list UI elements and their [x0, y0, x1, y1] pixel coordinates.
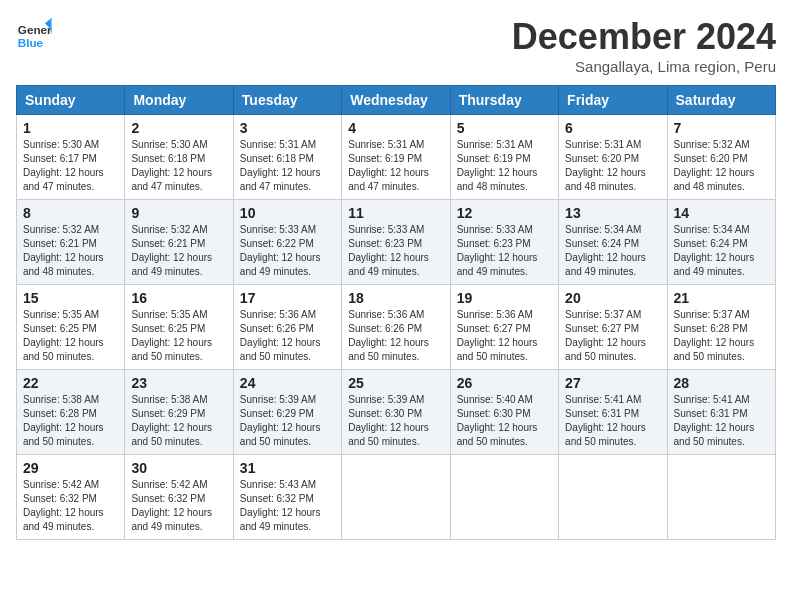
day-info: Sunrise: 5:42 AM Sunset: 6:32 PM Dayligh… — [23, 478, 118, 534]
day-number: 16 — [131, 290, 226, 306]
empty-cell — [667, 455, 775, 540]
day-cell-18: 18Sunrise: 5:36 AM Sunset: 6:26 PM Dayli… — [342, 285, 450, 370]
calendar-title: December 2024 — [512, 16, 776, 58]
day-info: Sunrise: 5:39 AM Sunset: 6:29 PM Dayligh… — [240, 393, 335, 449]
day-cell-12: 12Sunrise: 5:33 AM Sunset: 6:23 PM Dayli… — [450, 200, 558, 285]
day-info: Sunrise: 5:39 AM Sunset: 6:30 PM Dayligh… — [348, 393, 443, 449]
day-info: Sunrise: 5:38 AM Sunset: 6:28 PM Dayligh… — [23, 393, 118, 449]
week-row-4: 22Sunrise: 5:38 AM Sunset: 6:28 PM Dayli… — [17, 370, 776, 455]
day-cell-1: 1Sunrise: 5:30 AM Sunset: 6:17 PM Daylig… — [17, 115, 125, 200]
calendar-table: SundayMondayTuesdayWednesdayThursdayFrid… — [16, 85, 776, 540]
day-info: Sunrise: 5:30 AM Sunset: 6:17 PM Dayligh… — [23, 138, 118, 194]
day-info: Sunrise: 5:37 AM Sunset: 6:27 PM Dayligh… — [565, 308, 660, 364]
day-cell-31: 31Sunrise: 5:43 AM Sunset: 6:32 PM Dayli… — [233, 455, 341, 540]
day-number: 5 — [457, 120, 552, 136]
day-info: Sunrise: 5:36 AM Sunset: 6:27 PM Dayligh… — [457, 308, 552, 364]
day-info: Sunrise: 5:31 AM Sunset: 6:19 PM Dayligh… — [348, 138, 443, 194]
day-cell-7: 7Sunrise: 5:32 AM Sunset: 6:20 PM Daylig… — [667, 115, 775, 200]
day-cell-15: 15Sunrise: 5:35 AM Sunset: 6:25 PM Dayli… — [17, 285, 125, 370]
day-number: 2 — [131, 120, 226, 136]
day-number: 8 — [23, 205, 118, 221]
day-cell-23: 23Sunrise: 5:38 AM Sunset: 6:29 PM Dayli… — [125, 370, 233, 455]
day-cell-22: 22Sunrise: 5:38 AM Sunset: 6:28 PM Dayli… — [17, 370, 125, 455]
day-info: Sunrise: 5:34 AM Sunset: 6:24 PM Dayligh… — [565, 223, 660, 279]
day-info: Sunrise: 5:30 AM Sunset: 6:18 PM Dayligh… — [131, 138, 226, 194]
day-cell-13: 13Sunrise: 5:34 AM Sunset: 6:24 PM Dayli… — [559, 200, 667, 285]
day-header-saturday: Saturday — [667, 86, 775, 115]
day-header-tuesday: Tuesday — [233, 86, 341, 115]
day-cell-11: 11Sunrise: 5:33 AM Sunset: 6:23 PM Dayli… — [342, 200, 450, 285]
day-cell-26: 26Sunrise: 5:40 AM Sunset: 6:30 PM Dayli… — [450, 370, 558, 455]
day-info: Sunrise: 5:42 AM Sunset: 6:32 PM Dayligh… — [131, 478, 226, 534]
empty-cell — [559, 455, 667, 540]
day-cell-4: 4Sunrise: 5:31 AM Sunset: 6:19 PM Daylig… — [342, 115, 450, 200]
day-number: 28 — [674, 375, 769, 391]
day-cell-2: 2Sunrise: 5:30 AM Sunset: 6:18 PM Daylig… — [125, 115, 233, 200]
day-info: Sunrise: 5:38 AM Sunset: 6:29 PM Dayligh… — [131, 393, 226, 449]
day-info: Sunrise: 5:41 AM Sunset: 6:31 PM Dayligh… — [565, 393, 660, 449]
day-cell-29: 29Sunrise: 5:42 AM Sunset: 6:32 PM Dayli… — [17, 455, 125, 540]
day-number: 1 — [23, 120, 118, 136]
day-number: 12 — [457, 205, 552, 221]
day-number: 18 — [348, 290, 443, 306]
day-number: 4 — [348, 120, 443, 136]
day-cell-20: 20Sunrise: 5:37 AM Sunset: 6:27 PM Dayli… — [559, 285, 667, 370]
day-info: Sunrise: 5:32 AM Sunset: 6:21 PM Dayligh… — [131, 223, 226, 279]
day-info: Sunrise: 5:33 AM Sunset: 6:23 PM Dayligh… — [457, 223, 552, 279]
day-number: 30 — [131, 460, 226, 476]
day-number: 22 — [23, 375, 118, 391]
day-number: 19 — [457, 290, 552, 306]
day-cell-24: 24Sunrise: 5:39 AM Sunset: 6:29 PM Dayli… — [233, 370, 341, 455]
day-number: 7 — [674, 120, 769, 136]
day-cell-17: 17Sunrise: 5:36 AM Sunset: 6:26 PM Dayli… — [233, 285, 341, 370]
day-number: 21 — [674, 290, 769, 306]
day-header-monday: Monday — [125, 86, 233, 115]
week-row-5: 29Sunrise: 5:42 AM Sunset: 6:32 PM Dayli… — [17, 455, 776, 540]
week-row-1: 1Sunrise: 5:30 AM Sunset: 6:17 PM Daylig… — [17, 115, 776, 200]
day-info: Sunrise: 5:34 AM Sunset: 6:24 PM Dayligh… — [674, 223, 769, 279]
day-number: 31 — [240, 460, 335, 476]
day-info: Sunrise: 5:41 AM Sunset: 6:31 PM Dayligh… — [674, 393, 769, 449]
day-number: 11 — [348, 205, 443, 221]
day-number: 14 — [674, 205, 769, 221]
svg-text:Blue: Blue — [18, 36, 44, 49]
day-cell-19: 19Sunrise: 5:36 AM Sunset: 6:27 PM Dayli… — [450, 285, 558, 370]
day-cell-28: 28Sunrise: 5:41 AM Sunset: 6:31 PM Dayli… — [667, 370, 775, 455]
day-info: Sunrise: 5:31 AM Sunset: 6:18 PM Dayligh… — [240, 138, 335, 194]
day-info: Sunrise: 5:37 AM Sunset: 6:28 PM Dayligh… — [674, 308, 769, 364]
day-info: Sunrise: 5:33 AM Sunset: 6:22 PM Dayligh… — [240, 223, 335, 279]
day-header-thursday: Thursday — [450, 86, 558, 115]
day-info: Sunrise: 5:32 AM Sunset: 6:21 PM Dayligh… — [23, 223, 118, 279]
day-number: 29 — [23, 460, 118, 476]
day-info: Sunrise: 5:31 AM Sunset: 6:20 PM Dayligh… — [565, 138, 660, 194]
week-row-2: 8Sunrise: 5:32 AM Sunset: 6:21 PM Daylig… — [17, 200, 776, 285]
day-number: 26 — [457, 375, 552, 391]
day-cell-30: 30Sunrise: 5:42 AM Sunset: 6:32 PM Dayli… — [125, 455, 233, 540]
day-cell-9: 9Sunrise: 5:32 AM Sunset: 6:21 PM Daylig… — [125, 200, 233, 285]
day-header-sunday: Sunday — [17, 86, 125, 115]
day-info: Sunrise: 5:31 AM Sunset: 6:19 PM Dayligh… — [457, 138, 552, 194]
header: General Blue December 2024 Sangallaya, L… — [16, 16, 776, 75]
day-cell-6: 6Sunrise: 5:31 AM Sunset: 6:20 PM Daylig… — [559, 115, 667, 200]
day-number: 9 — [131, 205, 226, 221]
day-cell-10: 10Sunrise: 5:33 AM Sunset: 6:22 PM Dayli… — [233, 200, 341, 285]
day-cell-25: 25Sunrise: 5:39 AM Sunset: 6:30 PM Dayli… — [342, 370, 450, 455]
day-number: 15 — [23, 290, 118, 306]
day-cell-16: 16Sunrise: 5:35 AM Sunset: 6:25 PM Dayli… — [125, 285, 233, 370]
title-area: December 2024 Sangallaya, Lima region, P… — [512, 16, 776, 75]
day-number: 24 — [240, 375, 335, 391]
day-cell-3: 3Sunrise: 5:31 AM Sunset: 6:18 PM Daylig… — [233, 115, 341, 200]
day-info: Sunrise: 5:32 AM Sunset: 6:20 PM Dayligh… — [674, 138, 769, 194]
day-cell-21: 21Sunrise: 5:37 AM Sunset: 6:28 PM Dayli… — [667, 285, 775, 370]
day-header-wednesday: Wednesday — [342, 86, 450, 115]
day-number: 6 — [565, 120, 660, 136]
day-headers-row: SundayMondayTuesdayWednesdayThursdayFrid… — [17, 86, 776, 115]
day-number: 13 — [565, 205, 660, 221]
day-cell-5: 5Sunrise: 5:31 AM Sunset: 6:19 PM Daylig… — [450, 115, 558, 200]
day-info: Sunrise: 5:36 AM Sunset: 6:26 PM Dayligh… — [348, 308, 443, 364]
day-info: Sunrise: 5:40 AM Sunset: 6:30 PM Dayligh… — [457, 393, 552, 449]
day-number: 3 — [240, 120, 335, 136]
day-cell-8: 8Sunrise: 5:32 AM Sunset: 6:21 PM Daylig… — [17, 200, 125, 285]
day-cell-27: 27Sunrise: 5:41 AM Sunset: 6:31 PM Dayli… — [559, 370, 667, 455]
day-header-friday: Friday — [559, 86, 667, 115]
